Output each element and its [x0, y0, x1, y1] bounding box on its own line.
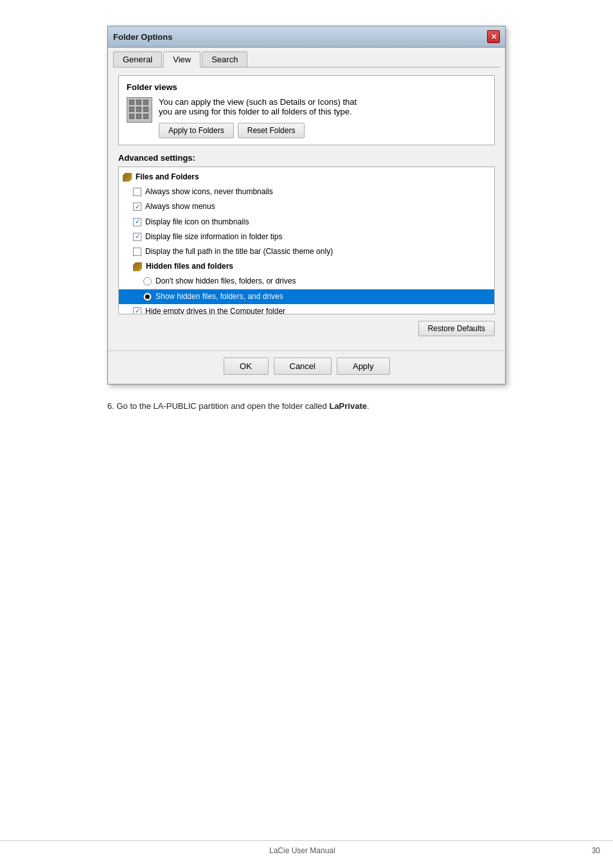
- folder-views-inner: You can apply the view (such as Details …: [127, 97, 486, 138]
- category-files-and-folders: Files and Folders: [119, 170, 494, 185]
- category-hidden-files: Hidden files and folders: [119, 259, 494, 274]
- apply-button[interactable]: Apply: [337, 357, 390, 375]
- dialog-title: Folder Options: [113, 32, 172, 42]
- checkbox-hide-empty-drives[interactable]: [133, 307, 141, 314]
- ok-button[interactable]: OK: [224, 357, 269, 375]
- folder-views-buttons: Apply to Folders Reset Folders: [159, 123, 486, 138]
- body-text: 6. Go to the LA-PUBLIC partition and ope…: [107, 400, 506, 413]
- dialog-footer: OK Cancel Apply: [108, 350, 505, 384]
- tab-search[interactable]: Search: [202, 51, 247, 67]
- folder-views-title: Folder views: [127, 82, 486, 92]
- folder-views-desc: You can apply the view (such as Details …: [159, 97, 486, 138]
- body-text-suffix: .: [367, 401, 369, 411]
- radio-show-hidden[interactable]: [143, 293, 152, 301]
- footer-right: 30: [592, 846, 600, 855]
- dialog-titlebar: Folder Options ✕: [108, 26, 505, 48]
- page-footer: LaCie User Manual 30: [0, 840, 613, 855]
- list-item-display-file-icon[interactable]: Display file icon on thumbnails: [119, 215, 494, 230]
- tab-view[interactable]: View: [163, 51, 200, 68]
- restore-row: Restore Defaults: [118, 321, 495, 336]
- radio-dont-show-hidden[interactable]: [143, 277, 152, 285]
- category-icon-hidden: [133, 262, 142, 271]
- category-icon: [123, 173, 132, 182]
- advanced-settings-label: Advanced settings:: [118, 153, 495, 163]
- checkbox-always-show-icons[interactable]: [133, 188, 141, 196]
- settings-list[interactable]: Files and Folders Always show icons, nev…: [118, 167, 495, 314]
- list-item-display-full-path[interactable]: Display the full path in the title bar (…: [119, 244, 494, 259]
- checkbox-display-full-path[interactable]: [133, 248, 141, 256]
- apply-to-folders-button[interactable]: Apply to Folders: [159, 123, 234, 138]
- folder-views-section: Folder views You can apply th: [118, 75, 495, 145]
- reset-folders-button[interactable]: Reset Folders: [238, 123, 305, 138]
- tab-general[interactable]: General: [113, 51, 162, 67]
- list-item-hide-empty-drives[interactable]: Hide empty drives in the Computer folder: [119, 304, 494, 314]
- dialog-content: Folder views You can apply th: [108, 68, 505, 350]
- folder-icon: [127, 97, 152, 123]
- footer-center: LaCie User Manual: [269, 846, 335, 855]
- body-text-bold: LaPrivate: [329, 401, 367, 411]
- list-item-always-show-menus[interactable]: Always show menus: [119, 199, 494, 214]
- list-item-dont-show-hidden[interactable]: Don't show hidden files, folders, or dri…: [119, 274, 494, 289]
- list-item-display-file-size[interactable]: Display file size information in folder …: [119, 230, 494, 244]
- folder-views-line2: you are using for this folder to all fol…: [159, 107, 486, 116]
- folder-options-dialog: Folder Options ✕ General View Search Fol…: [107, 26, 506, 384]
- tab-bar: General View Search: [108, 48, 505, 67]
- checkbox-display-file-icon[interactable]: [133, 218, 141, 226]
- list-item-show-hidden[interactable]: Show hidden files, folders, and drives: [119, 289, 494, 304]
- folder-views-line1: You can apply the view (such as Details …: [159, 97, 486, 107]
- body-text-prefix: 6. Go to the LA-PUBLIC partition and ope…: [107, 401, 329, 411]
- checkbox-display-file-size[interactable]: [133, 233, 141, 241]
- restore-defaults-button[interactable]: Restore Defaults: [418, 321, 495, 336]
- checkbox-always-show-menus[interactable]: [133, 203, 141, 211]
- cancel-button[interactable]: Cancel: [274, 357, 332, 375]
- list-item-always-show-icons[interactable]: Always show icons, never thumbnails: [119, 185, 494, 199]
- close-button[interactable]: ✕: [487, 30, 500, 43]
